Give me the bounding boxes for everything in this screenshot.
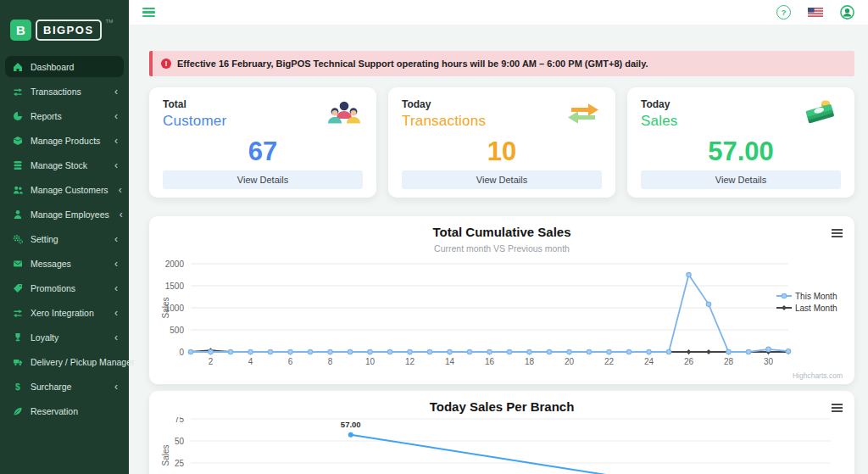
home-icon <box>13 62 24 72</box>
svg-text:$: $ <box>15 382 20 392</box>
svg-text:22: 22 <box>604 357 615 366</box>
svg-text:10: 10 <box>365 357 376 366</box>
sidebar-item-setting[interactable]: Setting ‹ <box>5 228 124 249</box>
alert-exclamation-icon: ! <box>161 59 171 69</box>
svg-text:This Month: This Month <box>795 292 837 301</box>
chevron-left-icon: ‹ <box>111 160 118 170</box>
gears-icon <box>13 234 24 244</box>
chevron-left-icon: ‹ <box>111 234 118 244</box>
sidebar-item-transactions[interactable]: Transactions ‹ <box>5 81 124 102</box>
sidebar-item-dashboard[interactable]: Dashboard <box>5 56 124 77</box>
help-icon[interactable]: ? <box>776 5 791 20</box>
chart-subtitle: Current month VS Previous month <box>161 243 843 254</box>
reservation-icon <box>13 406 24 416</box>
card-value: 57.00 <box>641 132 841 170</box>
us-flag-icon[interactable] <box>808 8 823 17</box>
chart-context-menu-icon[interactable] <box>832 402 843 414</box>
sidebar-item-messages[interactable]: Messages ‹ <box>5 253 124 274</box>
sidebar-item-xero-integration[interactable]: Xero Integration ‹ <box>5 302 124 323</box>
svg-text:25: 25 <box>175 459 185 468</box>
svg-text:6: 6 <box>288 357 293 366</box>
chevron-left-icon: ‹ <box>111 283 118 293</box>
card-period-label: Today <box>641 98 678 110</box>
legend-item-this-month[interactable]: This Month <box>776 292 837 301</box>
sidebar-item-manage-customers[interactable]: Manage Customers ‹ <box>5 179 124 200</box>
sidebar: B BIGPOS TM Dashboard Transactions ‹ Rep… <box>0 0 129 474</box>
svg-text:1500: 1500 <box>165 282 185 291</box>
cumulative-sales-chart-panel: Total Cumulative Sales Current month VS … <box>149 216 854 384</box>
svg-text:16: 16 <box>485 357 495 366</box>
chevron-left-icon: ‹ <box>116 209 123 220</box>
card-title: Transactions <box>402 113 486 130</box>
sidebar-item-reports[interactable]: Reports ‹ <box>5 105 124 126</box>
view-details-button[interactable]: View Details <box>163 170 363 189</box>
sidebar-item-surcharge[interactable]: $ Surcharge ‹ <box>5 376 124 397</box>
transfer-arrows-icon <box>565 98 602 132</box>
stat-card-transactions: Today Transactions 10 View Details <box>388 87 615 198</box>
svg-text:12: 12 <box>405 357 415 366</box>
svg-text:2: 2 <box>209 357 214 366</box>
chart-title: Total Cumulative Sales <box>161 225 843 239</box>
dollar-icon: $ <box>13 382 24 392</box>
stat-card-sales: Today Sales 57.00 View Details <box>627 87 854 198</box>
sidebar-menu: Dashboard Transactions ‹ Reports ‹ Manag… <box>0 56 129 421</box>
sidebar-item-manage-stock[interactable]: Manage Stock ‹ <box>5 154 124 176</box>
stat-cards-row: Total Customer 67 View Details Today Tra… <box>149 87 854 198</box>
svg-text:20: 20 <box>565 357 575 366</box>
user-icon <box>13 209 24 220</box>
highcharts-credit[interactable]: Highcharts.com <box>793 371 843 380</box>
svg-text:57.00: 57.00 <box>341 420 361 429</box>
card-value: 10 <box>402 132 602 170</box>
chevron-left-icon: ‹ <box>111 86 118 97</box>
alert-text: Effective 16 February, BigPOS Technical … <box>177 59 648 69</box>
card-value: 67 <box>163 132 363 170</box>
envelope-icon <box>13 259 24 269</box>
chevron-left-icon: ‹ <box>111 136 118 146</box>
svg-text:4: 4 <box>248 357 253 366</box>
truck-icon <box>13 357 24 367</box>
view-details-button[interactable]: View Details <box>641 170 841 189</box>
main-content: ! Effective 16 February, BigPOS Technica… <box>129 25 868 474</box>
svg-text:Last Month: Last Month <box>795 304 837 313</box>
chart-context-menu-icon[interactable] <box>832 227 843 239</box>
sales-per-branch-chart: 255075Sales57.00 <box>161 417 843 474</box>
logo-wordmark: BIGPOS <box>36 20 102 41</box>
card-title: Customer <box>163 113 226 130</box>
svg-text:14: 14 <box>445 357 455 366</box>
view-details-button[interactable]: View Details <box>402 170 602 189</box>
logo-tm: TM <box>106 19 114 24</box>
support-hours-alert: ! Effective 16 February, BigPOS Technica… <box>149 51 854 76</box>
sidebar-item-loyalty[interactable]: Loyalty ‹ <box>5 326 124 348</box>
exchange-icon <box>13 86 24 97</box>
card-period-label: Total <box>163 98 226 110</box>
legend-item-last-month[interactable]: Last Month <box>776 304 837 313</box>
stack-icon <box>13 160 24 170</box>
svg-text:Sales: Sales <box>161 297 170 318</box>
chevron-left-icon: ‹ <box>115 185 122 195</box>
card-period-label: Today <box>402 98 486 110</box>
logo-mark: B <box>10 20 31 41</box>
sidebar-item-delivery-pickup-manager[interactable]: Delivery / Pickup Manager <box>5 351 124 372</box>
sidebar-item-promotions[interactable]: Promotions ‹ <box>5 277 124 298</box>
svg-text:18: 18 <box>525 357 535 366</box>
svg-text:26: 26 <box>684 357 694 366</box>
sidebar-item-manage-products[interactable]: Manage Products ‹ <box>5 130 124 151</box>
bigpos-logo: B BIGPOS TM <box>10 19 122 41</box>
box-icon <box>13 136 24 146</box>
sidebar-item-reservation[interactable]: Reservation <box>5 400 124 421</box>
hamburger-menu-icon[interactable] <box>142 6 155 20</box>
user-avatar-icon[interactable] <box>840 5 854 20</box>
svg-text:75: 75 <box>175 417 185 424</box>
topbar: ? <box>129 0 868 25</box>
sidebar-item-manage-employees[interactable]: Manage Employees ‹ <box>5 204 124 225</box>
trophy-icon <box>13 332 24 343</box>
chevron-left-icon: ‹ <box>111 332 118 343</box>
chevron-left-icon: ‹ <box>111 259 118 269</box>
chevron-left-icon: ‹ <box>111 111 118 121</box>
stat-card-customer: Total Customer 67 View Details <box>149 87 376 198</box>
svg-text:24: 24 <box>644 357 654 366</box>
cumulative-sales-chart: 0500100015002000Sales2468101214161820222… <box>161 257 843 384</box>
card-title: Sales <box>641 113 678 130</box>
pie-chart-icon <box>13 111 24 121</box>
chevron-left-icon: ‹ <box>111 382 118 392</box>
